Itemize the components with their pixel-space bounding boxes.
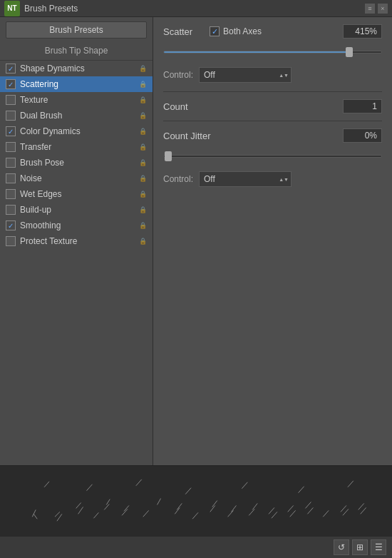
divider-1 xyxy=(163,91,382,92)
count-value[interactable]: 1 xyxy=(343,99,382,113)
svg-line-19 xyxy=(232,505,237,512)
brush-item-checkbox-5[interactable] xyxy=(6,142,16,152)
control-1-row: Control: Off Fade Pen Pressure Pen Tilt xyxy=(163,67,382,83)
left-panel: Brush Presets Brush Tip Shape Shape Dyna… xyxy=(0,17,153,465)
control-1-dropdown[interactable]: Off Fade Pen Pressure Pen Tilt xyxy=(199,67,292,83)
count-jitter-slider-thumb[interactable] xyxy=(165,151,172,161)
count-jitter-slider[interactable] xyxy=(163,150,382,163)
both-axes-checkbox[interactable] xyxy=(210,26,220,36)
brush-item-label-1: Scattering xyxy=(20,79,139,89)
brush-item-checkbox-9[interactable] xyxy=(6,205,16,215)
brush-item-checkbox-1[interactable] xyxy=(6,79,16,89)
svg-line-39 xyxy=(348,481,354,487)
preview-toolbar: ↺ ⊞ ☰ xyxy=(0,536,392,558)
svg-line-38 xyxy=(299,487,304,493)
panel-title: Brush Presets xyxy=(24,4,78,14)
svg-line-12 xyxy=(158,499,161,505)
scatter-row: Scatter Both Axes 415% xyxy=(163,24,382,39)
brush-list-item-transfer[interactable]: Transfer🔒 xyxy=(0,139,153,155)
svg-line-28 xyxy=(323,510,329,517)
svg-line-18 xyxy=(228,510,234,517)
svg-line-6 xyxy=(93,512,98,518)
control-2-dropdown[interactable]: Off Fade Pen Pressure Pen Tilt xyxy=(199,171,292,187)
svg-line-33 xyxy=(44,482,49,487)
both-axes-label: Both Axes xyxy=(223,26,262,36)
brush-item-label-2: Texture xyxy=(20,95,139,105)
brush-list-item-shape-dynamics[interactable]: Shape Dynamics🔒 xyxy=(0,61,153,76)
svg-line-22 xyxy=(269,507,274,514)
brush-item-label-6: Brush Pose xyxy=(20,158,139,168)
brush-item-lock-3: 🔒 xyxy=(139,112,147,119)
brush-item-checkbox-4[interactable] xyxy=(6,126,16,136)
svg-line-7 xyxy=(106,499,110,505)
scatter-value[interactable]: 415% xyxy=(343,24,382,39)
svg-line-2 xyxy=(55,512,60,517)
svg-line-13 xyxy=(175,507,180,514)
main-layout: Brush Presets Brush Tip Shape Shape Dyna… xyxy=(0,17,392,465)
control-1-label: Control: xyxy=(163,70,193,80)
brush-item-lock-7: 🔒 xyxy=(139,175,147,182)
brush-item-label-11: Protect Texture xyxy=(20,236,139,246)
brush-item-lock-2: 🔒 xyxy=(139,96,147,103)
brush-item-checkbox-7[interactable] xyxy=(6,173,16,183)
brush-list-item-dual-brush[interactable]: Dual Brush🔒 xyxy=(0,108,153,123)
svg-line-36 xyxy=(185,488,191,494)
brush-item-checkbox-11[interactable] xyxy=(6,236,16,246)
brush-item-checkbox-6[interactable] xyxy=(6,158,16,168)
brush-item-checkbox-10[interactable] xyxy=(6,220,16,230)
brush-item-checkbox-8[interactable] xyxy=(6,189,16,199)
brush-item-lock-1: 🔒 xyxy=(139,81,147,88)
svg-line-24 xyxy=(288,505,294,512)
brush-item-lock-11: 🔒 xyxy=(139,238,147,245)
svg-line-27 xyxy=(307,507,313,514)
count-label: Count xyxy=(163,101,343,112)
brush-strokes-svg xyxy=(0,466,392,538)
svg-line-23 xyxy=(272,512,277,518)
svg-line-31 xyxy=(359,503,364,509)
preview-refresh-button[interactable]: ↺ xyxy=(334,539,349,555)
svg-line-0 xyxy=(33,514,37,519)
brush-list-item-wet-edges[interactable]: Wet Edges🔒 xyxy=(0,186,153,202)
brush-item-lock-8: 🔒 xyxy=(139,191,147,198)
scatter-slider[interactable] xyxy=(163,46,382,59)
svg-line-4 xyxy=(76,502,81,508)
brush-item-lock-0: 🔒 xyxy=(139,65,147,72)
control-1-dropdown-wrapper[interactable]: Off Fade Pen Pressure Pen Tilt xyxy=(199,67,292,83)
svg-line-3 xyxy=(57,514,62,521)
brush-list-item-protect-texture[interactable]: Protect Texture🔒 xyxy=(0,233,153,249)
preview-area: ↺ ⊞ ☰ xyxy=(0,465,392,558)
brush-list-item-texture[interactable]: Texture🔒 xyxy=(0,92,153,108)
brush-item-checkbox-2[interactable] xyxy=(6,95,16,105)
brush-list-item-smoothing[interactable]: Smoothing🔒 xyxy=(0,218,153,233)
title-bar-left: NT Brush Presets xyxy=(4,1,78,16)
brush-item-lock-4: 🔒 xyxy=(139,128,147,135)
brush-item-label-8: Wet Edges xyxy=(20,189,139,199)
count-jitter-row: Count Jitter 0% xyxy=(163,128,382,143)
brush-presets-button[interactable]: Brush Presets xyxy=(6,21,147,39)
panel-menu-button[interactable]: ≡ xyxy=(365,4,375,14)
brush-tip-shape-header: Brush Tip Shape xyxy=(0,43,153,61)
count-jitter-value[interactable]: 0% xyxy=(343,128,382,143)
brush-item-checkbox-3[interactable] xyxy=(6,111,16,121)
svg-line-26 xyxy=(305,502,311,509)
scatter-slider-thumb[interactable] xyxy=(346,47,353,57)
preview-list-button[interactable]: ☰ xyxy=(371,539,386,555)
svg-line-21 xyxy=(252,503,257,509)
panel-close-button[interactable]: × xyxy=(378,4,388,14)
brush-list-item-scattering[interactable]: Scattering🔒 xyxy=(0,76,153,92)
control-2-dropdown-wrapper[interactable]: Off Fade Pen Pressure Pen Tilt xyxy=(199,171,292,187)
brush-item-checkbox-0[interactable] xyxy=(6,64,16,73)
svg-line-8 xyxy=(104,504,109,509)
count-jitter-slider-track xyxy=(163,155,382,158)
title-bar-controls[interactable]: ≡ × xyxy=(365,4,388,14)
brush-list-item-brush-pose[interactable]: Brush Pose🔒 xyxy=(0,155,153,171)
brush-list-item-color-dynamics[interactable]: Color Dynamics🔒 xyxy=(0,123,153,139)
brush-list-item-build-up[interactable]: Build-up🔒 xyxy=(0,202,153,218)
preview-grid-button[interactable]: ⊞ xyxy=(352,539,368,555)
brush-item-label-10: Smoothing xyxy=(20,220,139,230)
svg-line-30 xyxy=(343,509,349,515)
preview-canvas xyxy=(0,466,392,538)
scatter-label: Scatter xyxy=(163,26,210,37)
svg-line-32 xyxy=(361,507,366,514)
brush-list-item-noise[interactable]: Noise🔒 xyxy=(0,171,153,186)
